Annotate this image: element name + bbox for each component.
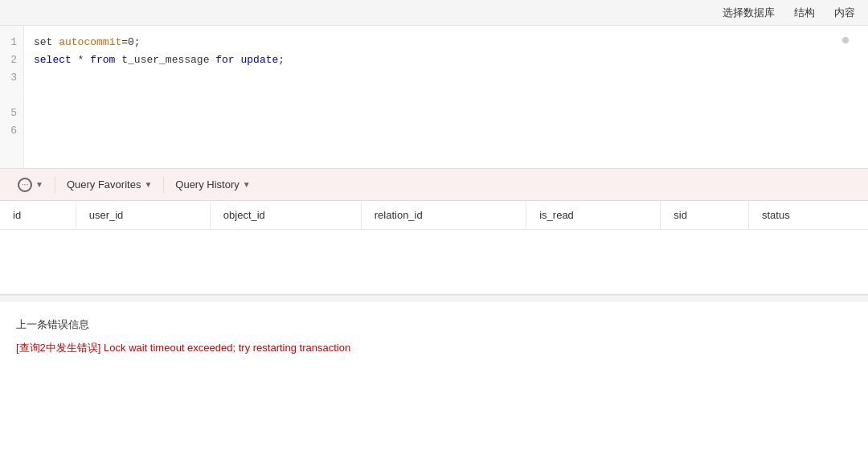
col-id: id bbox=[0, 201, 76, 230]
error-title: 上一条错误信息 bbox=[16, 318, 852, 332]
content-btn[interactable]: 内容 bbox=[834, 6, 855, 20]
query-favorites-btn[interactable]: Query Favorites ▼ bbox=[59, 174, 160, 195]
col-is-read: is_read bbox=[526, 201, 661, 230]
col-status: status bbox=[748, 201, 868, 230]
results-section: id user_id object_id relation_id is_read… bbox=[0, 201, 868, 459]
col-relation-id: relation_id bbox=[361, 201, 526, 230]
query-toolbar: ··· ▼ Query Favorites ▼ Query History ▼ bbox=[0, 169, 868, 201]
history-chevron: ▼ bbox=[243, 180, 251, 189]
circle-icon: ··· bbox=[18, 178, 32, 192]
select-db-btn[interactable]: 选择数据库 bbox=[723, 6, 775, 20]
sql-editor[interactable]: 1 2 3 5 6 set autocommit=0; select * fro… bbox=[0, 26, 868, 169]
scroll-indicator bbox=[842, 37, 849, 43]
line-numbers: 1 2 3 5 6 bbox=[0, 26, 24, 168]
results-table: id user_id object_id relation_id is_read… bbox=[0, 201, 868, 294]
section-separator bbox=[0, 295, 868, 301]
table-header-row: id user_id object_id relation_id is_read… bbox=[0, 201, 868, 230]
error-area: 上一条错误信息 [查询2中发生错误] Lock wait timeout exc… bbox=[0, 301, 868, 459]
circle-menu-btn[interactable]: ··· ▼ bbox=[10, 173, 51, 197]
toolbar-divider-2 bbox=[163, 177, 164, 193]
query-history-label: Query History bbox=[175, 178, 239, 191]
error-message: [查询2中发生错误] Lock wait timeout exceeded; t… bbox=[16, 340, 852, 356]
table-row bbox=[0, 230, 868, 294]
favorites-chevron: ▼ bbox=[144, 180, 152, 189]
col-sid: sid bbox=[661, 201, 749, 230]
results-table-area: id user_id object_id relation_id is_read… bbox=[0, 201, 868, 295]
top-bar: 选择数据库 结构 内容 bbox=[0, 0, 868, 26]
toolbar-divider-1 bbox=[55, 177, 55, 193]
editor-content[interactable]: set autocommit=0; select * from t_user_m… bbox=[24, 26, 868, 168]
col-object-id: object_id bbox=[210, 201, 361, 230]
main-layout: 选择数据库 结构 内容 1 2 3 5 6 set autocommit=0; … bbox=[0, 0, 868, 459]
circle-chevron: ▼ bbox=[35, 180, 43, 189]
query-favorites-label: Query Favorites bbox=[67, 178, 141, 191]
col-user-id: user_id bbox=[76, 201, 210, 230]
query-history-btn[interactable]: Query History ▼ bbox=[167, 174, 258, 195]
structure-btn[interactable]: 结构 bbox=[794, 6, 815, 20]
